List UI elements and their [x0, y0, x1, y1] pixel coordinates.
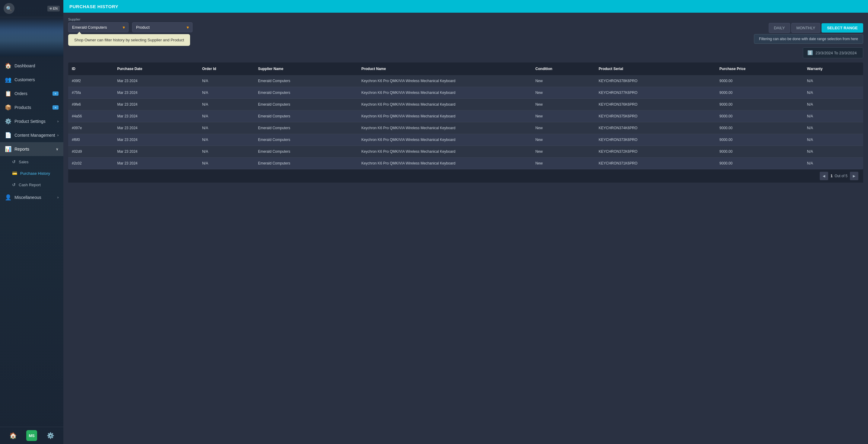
col-order-id: Order Id: [198, 62, 254, 75]
cell-id: #75fa: [68, 87, 114, 99]
page-info: 1 Out of 5: [831, 174, 847, 178]
chevron-right-icon: ›: [57, 133, 59, 137]
cell-order-id: N/A: [198, 87, 254, 99]
cell-order-id: N/A: [198, 122, 254, 134]
sidebar-item-miscellaneous[interactable]: 👤 Miscellaneous ›: [0, 190, 63, 204]
chevron-down-icon: ∨: [56, 147, 59, 151]
sidebar: 🔍 বাং EN 🏠 Dashboard 👥 Customers 📋 Order…: [0, 0, 63, 444]
products-icon: 📦: [5, 104, 11, 111]
product-filter-group: x Product ▼: [132, 18, 192, 32]
cell-supplier: Emerald Computers: [254, 157, 358, 169]
cell-warranty: N/A: [803, 99, 863, 111]
cell-condition: New: [532, 75, 595, 87]
col-id: ID: [68, 62, 114, 75]
orders-icon: 📋: [5, 90, 11, 97]
purchase-history-table: ID Purchase Date Order Id Supplier Name …: [68, 62, 863, 169]
sidebar-footer: 🏠 MS ⚙️: [0, 427, 63, 444]
cell-id: #4a56: [68, 111, 114, 122]
cell-serial: KEYCHRON377K6PRO: [595, 87, 716, 99]
cell-warranty: N/A: [803, 157, 863, 169]
content-area: Supplier Emerald Computers ▼ x Product ▼: [63, 13, 868, 444]
reports-icon: 📊: [5, 146, 11, 152]
table-row: #2c02 Mar 23 2024 N/A Emerald Computers …: [68, 157, 863, 169]
table-row: #02d9 Mar 23 2024 N/A Emerald Computers …: [68, 146, 863, 157]
chevron-right-icon: ›: [57, 119, 59, 123]
col-warranty: Warranty: [803, 62, 863, 75]
cell-price: 9000.00: [716, 146, 803, 157]
miscellaneous-icon: 👤: [5, 194, 11, 201]
sidebar-item-purchase-history[interactable]: 💳 Purchase History: [0, 168, 63, 179]
cell-supplier: Emerald Computers: [254, 99, 358, 111]
top-bar: PURCHASE HISTORY: [63, 0, 868, 13]
supplier-select[interactable]: Emerald Computers: [68, 22, 128, 32]
date-range-display: 23/3/2024 To 23/3/2024: [815, 51, 857, 55]
cell-serial: KEYCHRON378K6PRO: [595, 75, 716, 87]
sidebar-item-sales[interactable]: ↺ Sales: [0, 156, 63, 168]
cell-id: #09f2: [68, 75, 114, 87]
sidebar-item-orders[interactable]: 📋 Orders +: [0, 87, 63, 100]
pagination-bar: ◄ 1 Out of 5 ►: [68, 169, 863, 183]
col-condition: Condition: [532, 62, 595, 75]
cell-date: Mar 23 2024: [114, 146, 198, 157]
sidebar-item-customers[interactable]: 👥 Customers: [0, 73, 63, 87]
cell-serial: KEYCHRON372K6PRO: [595, 146, 716, 157]
sidebar-item-products[interactable]: 📦 Products +: [0, 100, 63, 114]
tooltip-arrow-up: [77, 32, 82, 34]
sidebar-item-label: Orders: [14, 91, 27, 96]
cell-price: 9000.00: [716, 122, 803, 134]
chevron-right-icon: ›: [57, 195, 59, 200]
cell-product: Keychron K6 Pro QMK/VIA Wireless Mechani…: [358, 99, 532, 111]
cell-warranty: N/A: [803, 146, 863, 157]
supplier-label: Supplier: [68, 18, 128, 21]
cell-warranty: N/A: [803, 87, 863, 99]
cell-date: Mar 23 2024: [114, 87, 198, 99]
cell-date: Mar 23 2024: [114, 122, 198, 134]
cell-product: Keychron K6 Pro QMK/VIA Wireless Mechani…: [358, 157, 532, 169]
daily-button[interactable]: DAILY: [769, 23, 790, 33]
cell-order-id: N/A: [198, 146, 254, 157]
dashboard-icon: 🏠: [5, 62, 11, 69]
cell-serial: KEYCHRON374K6PRO: [595, 122, 716, 134]
home-footer-icon[interactable]: 🏠: [7, 430, 19, 441]
sidebar-sub-item-label: Purchase History: [20, 171, 50, 176]
product-select[interactable]: Product: [132, 22, 192, 32]
table-header-row: ID Purchase Date Order Id Supplier Name …: [68, 62, 863, 75]
content-management-icon: 📄: [5, 132, 11, 139]
search-icon[interactable]: 🔍: [4, 3, 14, 14]
cell-order-id: N/A: [198, 99, 254, 111]
cell-condition: New: [532, 87, 595, 99]
sidebar-item-dashboard[interactable]: 🏠 Dashboard: [0, 59, 63, 73]
cell-serial: KEYCHRON373K6PRO: [595, 134, 716, 146]
next-page-button[interactable]: ►: [850, 172, 858, 180]
sidebar-item-label: Product Settings: [14, 119, 45, 124]
cell-condition: New: [532, 99, 595, 111]
cell-price: 9000.00: [716, 75, 803, 87]
sidebar-item-label: Miscellaneous: [14, 195, 41, 200]
sidebar-item-reports[interactable]: 📊 Reports ∨: [0, 142, 63, 156]
ms-badge[interactable]: MS: [26, 430, 37, 441]
cell-id: #2c02: [68, 157, 114, 169]
cell-warranty: N/A: [803, 75, 863, 87]
col-purchase-date: Purchase Date: [114, 62, 198, 75]
cell-date: Mar 23 2024: [114, 157, 198, 169]
cell-price: 9000.00: [716, 157, 803, 169]
prev-page-button[interactable]: ◄: [820, 172, 828, 180]
cell-order-id: N/A: [198, 75, 254, 87]
sidebar-image: [0, 17, 63, 56]
settings-footer-icon[interactable]: ⚙️: [45, 430, 56, 441]
cell-id: #02d9: [68, 146, 114, 157]
sidebar-sub-item-label: Cash Report: [19, 183, 41, 187]
date-range-tooltip: Filtering can also be done with date ran…: [754, 34, 863, 44]
sidebar-item-content-management[interactable]: 📄 Content Management ›: [0, 128, 63, 142]
sidebar-item-label: Dashboard: [14, 63, 35, 68]
table-row: #9fe6 Mar 23 2024 N/A Emerald Computers …: [68, 99, 863, 111]
sidebar-item-product-settings[interactable]: ⚙️ Product Settings ›: [0, 114, 63, 128]
col-supplier-name: Supplier Name: [254, 62, 358, 75]
monthly-button[interactable]: MONTHLY: [792, 23, 820, 33]
language-toggle[interactable]: বাং EN: [48, 6, 60, 11]
table-row: #75fa Mar 23 2024 N/A Emerald Computers …: [68, 87, 863, 99]
select-range-button[interactable]: SELECT RANGE: [822, 23, 863, 33]
col-product-name: Product Name: [358, 62, 532, 75]
table-row: #f6f0 Mar 23 2024 N/A Emerald Computers …: [68, 134, 863, 146]
sidebar-item-cash-report[interactable]: ↺ Cash Report: [0, 179, 63, 190]
